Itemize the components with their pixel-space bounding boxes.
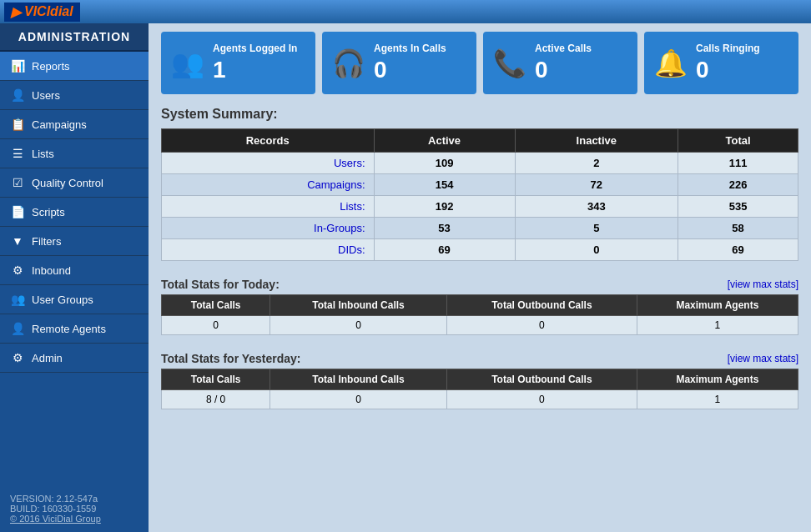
inbound-icon: ⚙ [10, 263, 25, 278]
summary-label: Users: [162, 153, 375, 174]
remote-agents-icon: 👤 [10, 321, 25, 336]
summary-label: Campaigns: [162, 174, 375, 196]
sidebar-label-lists: Lists [32, 148, 54, 160]
table-row: In-Groups: 53 5 58 [162, 218, 798, 239]
summary-label: In-Groups: [162, 218, 375, 239]
summary-label: Lists: [162, 196, 375, 218]
users-icon: 👤 [10, 88, 25, 103]
agents-logged-in-icon: 👥 [171, 48, 204, 79]
quality-control-icon: ☑ [10, 175, 25, 190]
summary-table: Records Active Inactive Total Users: 109… [161, 128, 798, 261]
stats-today-section: Total Stats for Today: [view max stats] … [161, 278, 798, 335]
sidebar-label-quality-control: Quality Control [32, 177, 103, 189]
logo: ▶ VICIdial [4, 3, 80, 22]
sidebar-item-users[interactable]: 👤 Users [0, 81, 149, 110]
table-row: Campaigns: 154 72 226 [162, 174, 798, 196]
sidebar: ADMINISTRATION 📊 Reports 👤 Users 📋 Campa… [0, 23, 149, 532]
sidebar-item-quality-control[interactable]: ☑ Quality Control [0, 168, 149, 198]
summary-total: 535 [678, 196, 798, 218]
stats-yesterday-section: Total Stats for Yesterday: [view max sta… [161, 352, 798, 409]
today-col-outbound: Total Outbound Calls [446, 295, 637, 316]
sidebar-label-reports: Reports [32, 60, 70, 73]
lists-icon: ☰ [10, 146, 25, 161]
col-active: Active [374, 129, 515, 153]
summary-total: 58 [678, 218, 798, 239]
admin-header: ADMINISTRATION [0, 23, 149, 52]
sidebar-item-admin[interactable]: ⚙ Admin [0, 344, 149, 373]
sidebar-item-scripts[interactable]: 📄 Scripts [0, 198, 149, 227]
main-content: 👥 Agents Logged In 1 🎧 Agents In Calls 0… [149, 23, 811, 532]
campaigns-icon: 📋 [10, 117, 25, 132]
sidebar-item-lists[interactable]: ☰ Lists [0, 139, 149, 168]
yesterday-total-calls: 8 / 0 [162, 390, 270, 409]
today-inbound: 0 [270, 316, 447, 335]
version-info: VERSION: 2.12-547a BUILD: 160330-1559 © … [0, 485, 149, 532]
yesterday-col-inbound: Total Inbound Calls [270, 369, 447, 390]
user-groups-icon: 👥 [10, 292, 25, 307]
view-max-yesterday[interactable]: [view max stats] [728, 353, 798, 364]
summary-active: 69 [374, 239, 515, 261]
sidebar-item-campaigns[interactable]: 📋 Campaigns [0, 110, 149, 139]
today-max-agents: 1 [637, 316, 798, 335]
col-records: Records [162, 129, 375, 153]
sidebar-label-user-groups: User Groups [32, 294, 93, 306]
sidebar-label-inbound: Inbound [32, 264, 71, 277]
stats-yesterday-table: Total Calls Total Inbound Calls Total Ou… [161, 369, 798, 409]
sidebar-item-user-groups[interactable]: 👥 User Groups [0, 285, 149, 314]
table-row: DIDs: 69 0 69 [162, 239, 798, 261]
sidebar-label-filters: Filters [32, 235, 61, 248]
table-row: 0 0 0 1 [162, 316, 798, 335]
reports-icon: 📊 [10, 58, 25, 73]
filters-icon: ▼ [10, 233, 25, 248]
summary-active: 109 [374, 153, 515, 174]
sidebar-label-campaigns: Campaigns [32, 118, 87, 131]
summary-active: 192 [374, 196, 515, 218]
calls-ringing-icon: 🔔 [654, 48, 688, 79]
sidebar-item-reports[interactable]: 📊 Reports [0, 52, 149, 81]
yesterday-inbound: 0 [270, 390, 447, 409]
table-row: Lists: 192 343 535 [162, 196, 798, 218]
summary-inactive: 343 [515, 196, 678, 218]
summary-active: 154 [374, 174, 515, 196]
summary-inactive: 2 [515, 153, 678, 174]
sidebar-label-users: Users [32, 89, 60, 102]
table-row: Users: 109 2 111 [162, 153, 798, 174]
calls-ringing-label: Calls Ringing [696, 43, 760, 56]
today-col-total-calls: Total Calls [162, 295, 270, 316]
col-total: Total [678, 129, 798, 153]
summary-total: 111 [678, 153, 798, 174]
today-col-inbound: Total Inbound Calls [270, 295, 447, 316]
today-col-max-agents: Maximum Agents [637, 295, 798, 316]
scripts-icon: 📄 [10, 204, 25, 219]
stat-card-agents-in-calls: 🎧 Agents In Calls 0 [322, 32, 476, 94]
stats-yesterday-title: Total Stats for Yesterday: [161, 352, 301, 365]
agents-in-calls-label: Agents In Calls [374, 43, 446, 56]
summary-inactive: 5 [515, 218, 678, 239]
summary-label: DIDs: [162, 239, 375, 261]
yesterday-col-total-calls: Total Calls [162, 369, 270, 390]
sidebar-label-remote-agents: Remote Agents [32, 323, 106, 335]
sidebar-item-remote-agents[interactable]: 👤 Remote Agents [0, 314, 149, 344]
view-max-today[interactable]: [view max stats] [728, 279, 798, 290]
sidebar-item-inbound[interactable]: ⚙ Inbound [0, 256, 149, 285]
system-summary-title: System Summary: [161, 107, 798, 122]
active-calls-value: 0 [535, 56, 592, 84]
stats-today-table: Total Calls Total Inbound Calls Total Ou… [161, 294, 798, 335]
table-row: 8 / 0 0 0 1 [162, 390, 798, 409]
sidebar-item-filters[interactable]: ▼ Filters [0, 227, 149, 256]
yesterday-col-max-agents: Maximum Agents [637, 369, 798, 390]
col-inactive: Inactive [515, 129, 678, 153]
agents-in-calls-icon: 🎧 [332, 48, 365, 79]
agents-in-calls-value: 0 [374, 56, 446, 84]
sidebar-label-admin: Admin [32, 352, 63, 364]
today-outbound: 0 [446, 316, 637, 335]
admin-icon: ⚙ [10, 350, 25, 365]
summary-active: 53 [374, 218, 515, 239]
yesterday-col-outbound: Total Outbound Calls [446, 369, 637, 390]
sidebar-label-scripts: Scripts [32, 206, 65, 218]
yesterday-max-agents: 1 [637, 390, 798, 409]
stat-card-calls-ringing: 🔔 Calls Ringing 0 [644, 32, 798, 94]
summary-total: 69 [678, 239, 798, 261]
system-summary-section: System Summary: Records Active Inactive … [161, 107, 798, 261]
active-calls-label: Active Calls [535, 43, 592, 56]
